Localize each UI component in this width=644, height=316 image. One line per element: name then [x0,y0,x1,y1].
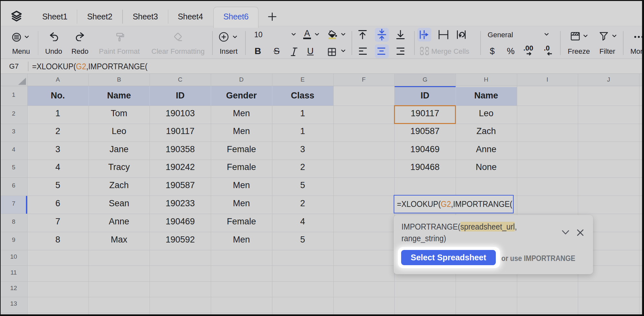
svg-text:.00: .00 [523,44,533,52]
svg-text:.0: .0 [544,44,550,52]
